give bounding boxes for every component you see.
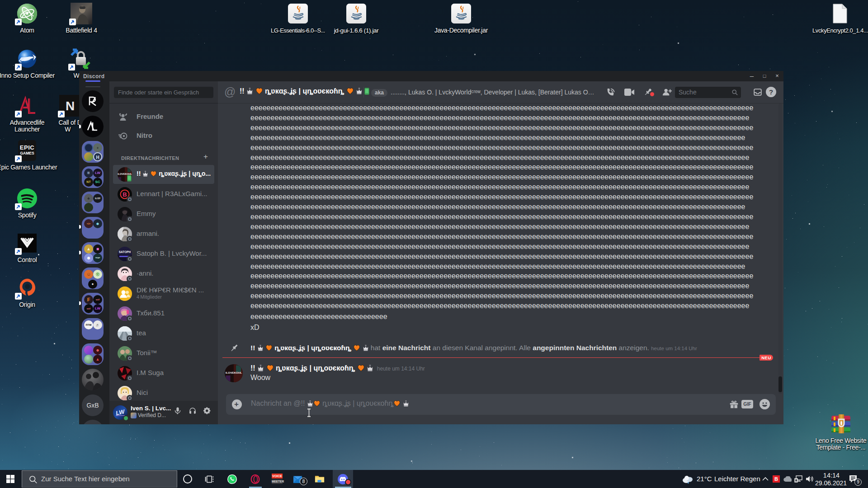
- svg-text:GAMES: GAMES: [20, 151, 34, 155]
- svg-text:SATOPH: SATOPH: [119, 250, 131, 253]
- svg-text:ILOVEKOHL: ILOVEKOHL: [226, 371, 242, 374]
- svg-text:B: B: [123, 191, 127, 198]
- svg-text:EPIC: EPIC: [20, 144, 34, 151]
- svg-text:N: N: [66, 99, 75, 113]
